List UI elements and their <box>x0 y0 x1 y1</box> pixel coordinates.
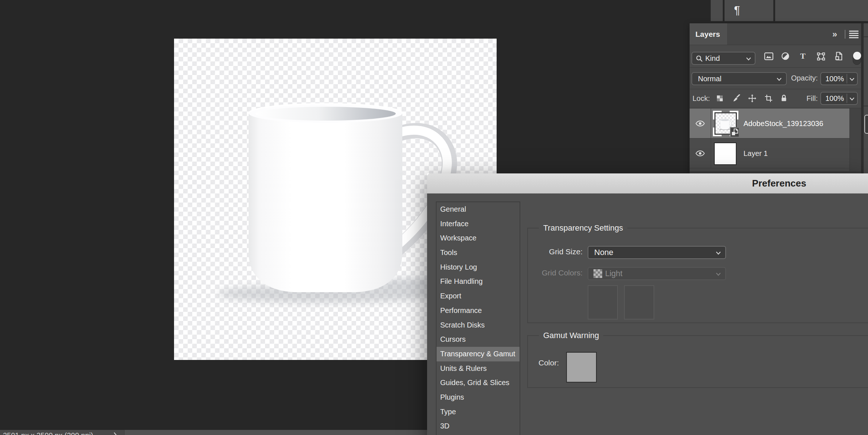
dialog-title: Preferences <box>752 173 806 193</box>
grid-colors-dropdown: Light <box>588 267 726 280</box>
grid-color-swatch-1 <box>588 285 618 320</box>
lock-image-pixels-icon[interactable] <box>733 94 741 102</box>
layer-thumbnail-selected[interactable] <box>713 111 738 136</box>
layer-name: AdobeStock_139123036 <box>743 119 823 128</box>
layers-panel-tabbar: Layers » <box>690 23 861 45</box>
sidebar-item-cursors[interactable]: Cursors <box>437 332 520 347</box>
layer-name: Layer 1 <box>743 149 768 158</box>
layer-visibility-eye-icon[interactable] <box>695 120 705 127</box>
filter-kind-dropdown[interactable]: Kind <box>691 52 755 65</box>
type-layer-filter-icon[interactable]: T <box>799 52 807 60</box>
layer-row-adobestock[interactable]: AdobeStock_139123036 <box>690 109 849 138</box>
grid-colors-label: Grid Colors: <box>528 269 583 277</box>
dock-divider[interactable] <box>861 23 864 174</box>
layers-filter-row: Kind T <box>690 45 861 67</box>
chevron-down-icon <box>777 78 782 81</box>
sidebar-item-history-log[interactable]: History Log <box>437 260 520 275</box>
layers-list: AdobeStock_139123036 Layer 1 <box>690 108 861 171</box>
layers-scrollbar-track[interactable] <box>849 108 861 171</box>
sidebar-item-tools[interactable]: Tools <box>437 246 520 260</box>
transparency-settings-group: Transparency Settings Grid Size: None Gr… <box>527 228 868 323</box>
lock-all-icon[interactable] <box>781 94 787 102</box>
sidebar-item-transparency-gamut[interactable]: Transparency & Gamut <box>437 347 520 361</box>
preferences-sidebar: General Interface Workspace Tools Histor… <box>436 201 520 435</box>
sidebar-item-units-rulers[interactable]: Units & Rulers <box>437 361 520 376</box>
grid-size-value: None <box>594 247 613 258</box>
transparency-settings-legend: Transparency Settings <box>539 223 627 233</box>
collapsed-panel-dock[interactable] <box>864 23 868 174</box>
fill-value: 100% <box>825 94 844 103</box>
sidebar-item-export[interactable]: Export <box>437 289 520 303</box>
panel-menu-icon[interactable] <box>849 30 859 39</box>
fill-input[interactable]: 100% <box>820 92 858 105</box>
layers-panel: Layers » Kind <box>690 23 861 174</box>
sidebar-item-type[interactable]: Type <box>437 405 520 419</box>
chevron-down-icon[interactable] <box>849 78 855 81</box>
layer-filtering-toggle[interactable] <box>853 52 861 65</box>
opacity-input[interactable]: 100% <box>820 72 858 85</box>
gamut-color-label: Color: <box>528 358 559 367</box>
chevron-down-icon[interactable] <box>849 97 855 101</box>
grid-color-swatch-2 <box>624 285 654 320</box>
smart-object-filter-icon[interactable] <box>835 52 843 60</box>
dialog-titlebar[interactable]: Preferences <box>427 173 868 194</box>
gamut-warning-legend: Gamut Warning <box>539 330 603 341</box>
smart-object-badge-icon <box>730 127 739 137</box>
paragraph-icon: ¶ <box>734 0 740 21</box>
document-dimensions-text: 2501 px x 2500 px (300 ppi) <box>3 430 93 435</box>
blend-mode-dropdown[interactable]: Normal <box>691 72 787 85</box>
chevron-down-icon <box>746 57 751 60</box>
sidebar-item-scratch-disks[interactable]: Scratch Disks <box>437 318 520 333</box>
status-bar: 2501 px x 2500 px (300 ppi) <box>0 430 427 435</box>
top-panel-tab-bar: ¶ <box>711 0 868 21</box>
sidebar-item-performance[interactable]: Performance <box>437 303 520 318</box>
grid-size-dropdown[interactable]: None <box>588 246 726 259</box>
dock-panel-icon[interactable] <box>864 115 868 134</box>
sidebar-item-guides-grid-slices[interactable]: Guides, Grid & Slices <box>437 376 520 390</box>
chevron-down-icon <box>716 273 721 276</box>
opacity-value: 100% <box>825 75 844 83</box>
status-bar-empty-segment <box>124 430 427 435</box>
grid-colors-value: Light <box>605 268 623 279</box>
pixel-layer-filter-icon[interactable] <box>764 52 773 60</box>
gamut-warning-color-swatch[interactable] <box>566 352 597 383</box>
fill-label: Fill: <box>796 94 818 103</box>
grid-size-label: Grid Size: <box>528 247 583 256</box>
layers-tab-label: Layers <box>695 23 720 45</box>
layer-thumbnail-white[interactable] <box>714 142 737 165</box>
search-icon <box>696 55 703 62</box>
panel-tab-fragment[interactable] <box>711 0 723 21</box>
eye-column-divider <box>711 109 711 138</box>
adjustment-layer-filter-icon[interactable] <box>781 52 789 60</box>
status-doc-info-segment[interactable]: 2501 px x 2500 px (300 ppi) <box>0 430 124 435</box>
shape-layer-filter-icon[interactable] <box>817 52 825 61</box>
layer-row-layer1[interactable]: Layer 1 <box>690 138 849 168</box>
dialog-body: General Interface Workspace Tools Histor… <box>427 193 868 435</box>
sidebar-item-plugins[interactable]: Plugins <box>437 390 520 405</box>
lock-artboard-icon[interactable] <box>765 94 773 102</box>
checkerboard-swatch-icon <box>593 269 602 278</box>
lock-fill-row: Lock: Fill: 100% <box>690 89 861 108</box>
tabbar-divider <box>845 30 845 39</box>
kind-label: Kind <box>705 54 720 63</box>
paragraph-panel-tab[interactable]: ¶ <box>725 0 773 21</box>
sidebar-item-file-handling[interactable]: File Handling <box>437 274 520 289</box>
sidebar-item-interface[interactable]: Interface <box>437 217 520 231</box>
opacity-label: Opacity: <box>789 74 818 82</box>
sidebar-item-workspace[interactable]: Workspace <box>437 231 520 246</box>
preferences-dialog: Preferences General Interface Workspace … <box>427 173 868 435</box>
status-chevron-icon[interactable] <box>114 432 118 435</box>
photoshop-window: ¶ Layers » Kind <box>0 0 868 435</box>
blend-mode-value: Normal <box>698 75 721 83</box>
blend-opacity-row: Normal Opacity: 100% <box>690 68 861 89</box>
layers-tab[interactable]: Layers <box>690 23 727 45</box>
gamut-warning-group: Gamut Warning Color: <box>527 335 868 388</box>
collapse-panel-icon[interactable]: » <box>832 23 836 45</box>
lock-position-icon[interactable] <box>748 94 756 102</box>
sidebar-item-general[interactable]: General <box>437 202 520 217</box>
layer-visibility-eye-icon[interactable] <box>695 150 705 157</box>
lock-transparent-pixels-icon[interactable] <box>717 95 723 101</box>
sidebar-item-3d[interactable]: 3D <box>437 419 520 434</box>
svg-text:T: T <box>800 52 806 60</box>
empty-panel-tab[interactable] <box>775 0 868 21</box>
